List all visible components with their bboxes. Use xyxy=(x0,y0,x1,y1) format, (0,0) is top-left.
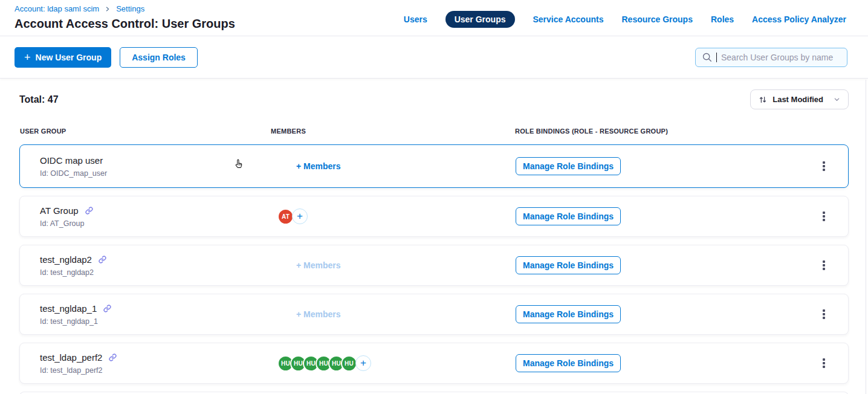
role-bindings-cell: Manage Role Bindings xyxy=(514,207,805,225)
members-avatar-group: HUHUHUHUHUHU+ xyxy=(277,355,514,372)
add-member-button[interactable]: + xyxy=(355,355,371,371)
role-bindings-cell: Manage Role Bindings xyxy=(514,354,805,372)
manage-role-bindings-button[interactable]: Manage Role Bindings xyxy=(516,207,621,225)
tab-users[interactable]: Users xyxy=(404,15,427,24)
manage-role-bindings-button[interactable]: Manage Role Bindings xyxy=(516,157,621,175)
column-header-user-group: USER GROUP xyxy=(20,128,271,135)
role-bindings-cell: Manage Role Bindings xyxy=(514,256,805,274)
role-bindings-cell: Manage Role Bindings xyxy=(514,305,805,323)
user-group-id: Id: AT_Group xyxy=(40,219,277,228)
column-header-members: MEMBERS xyxy=(271,128,515,135)
add-members-link: + Members xyxy=(277,260,514,270)
breadcrumb-settings-link[interactable]: Settings xyxy=(116,4,144,13)
members-cell: AT+ xyxy=(277,208,514,225)
user-group-id: Id: test_ldap_perf2 xyxy=(40,366,277,375)
members-cell: + Members xyxy=(277,161,514,171)
user-group-name-cell: test_ldap_perf2 Id: test_ldap_perf2 xyxy=(20,352,277,375)
user-group-row[interactable]: test_ngldap2 Id: test_ngldap2 + Members … xyxy=(19,245,849,286)
user-group-name-cell: AT Group Id: AT_Group xyxy=(20,205,277,228)
user-group-name: test_ldap_perf2 xyxy=(40,352,102,363)
search-box[interactable] xyxy=(695,48,847,67)
next-row-partial xyxy=(19,392,849,394)
page-header: Account: ldap saml scim Settings Account… xyxy=(0,0,868,36)
row-menu-button[interactable] xyxy=(817,256,831,275)
members-cell: + Members xyxy=(277,260,514,270)
tab-access-policy-analyzer[interactable]: Access Policy Analyzer xyxy=(752,15,846,24)
add-members-link: + Members xyxy=(277,309,514,319)
table-header-row: USER GROUP MEMBERS ROLE BINDINGS (ROLE -… xyxy=(19,128,849,135)
tab-resource-groups[interactable]: Resource Groups xyxy=(621,15,692,24)
assign-roles-button[interactable]: Assign Roles xyxy=(120,47,198,68)
chevron-down-icon xyxy=(834,96,840,103)
breadcrumb-account-link[interactable]: Account: ldap saml scim xyxy=(15,4,99,13)
user-group-row[interactable]: test_ldap_perf2 Id: test_ldap_perf2 HUHU… xyxy=(19,343,849,384)
user-group-name: OIDC map user xyxy=(40,155,103,166)
add-members-link[interactable]: + Members xyxy=(277,161,514,171)
user-group-name: test_ngldap2 xyxy=(40,254,92,265)
sort-dropdown[interactable]: Last Modified xyxy=(750,89,849,109)
user-group-name-cell: OIDC map user Id: OIDC_map_user xyxy=(20,155,277,178)
chevron-right-icon xyxy=(105,6,111,12)
manage-role-bindings-button[interactable]: Manage Role Bindings xyxy=(516,256,621,274)
toolbar: + New User Group Assign Roles xyxy=(0,36,868,79)
column-header-role-bindings: ROLE BINDINGS (ROLE - RESOURCE GROUP) xyxy=(515,128,849,135)
breadcrumb: Account: ldap saml scim Settings xyxy=(15,4,235,13)
user-group-name-cell: test_ngldap_1 Id: test_ngldap_1 xyxy=(20,303,277,326)
row-menu-button[interactable] xyxy=(817,354,831,373)
user-group-id: Id: OIDC_map_user xyxy=(40,169,277,178)
scrollbar-track[interactable] xyxy=(866,80,866,394)
text-caret xyxy=(716,53,717,62)
user-group-list: OIDC map user Id: OIDC_map_user + Member… xyxy=(19,144,849,384)
tab-user-groups[interactable]: User Groups xyxy=(445,11,515,28)
member-avatar[interactable]: HU xyxy=(341,355,357,372)
user-group-name-cell: test_ngldap2 Id: test_ngldap2 xyxy=(20,254,277,277)
header-left: Account: ldap saml scim Settings Account… xyxy=(15,4,235,31)
members-cell: HUHUHUHUHUHU+ xyxy=(277,355,514,372)
new-user-group-button[interactable]: + New User Group xyxy=(15,47,111,68)
plus-icon: + xyxy=(24,52,31,63)
search-input[interactable] xyxy=(721,53,841,62)
user-group-row[interactable]: OIDC map user Id: OIDC_map_user + Member… xyxy=(19,144,849,188)
role-bindings-cell: Manage Role Bindings xyxy=(514,157,805,175)
tab-roles[interactable]: Roles xyxy=(711,15,734,24)
total-count: Total: 47 xyxy=(19,94,59,105)
row-menu-button[interactable] xyxy=(817,207,831,226)
members-cell: + Members xyxy=(277,309,514,319)
link-icon xyxy=(109,354,117,361)
user-group-row[interactable]: AT Group Id: AT_Group AT+ Manage Role Bi… xyxy=(19,196,849,237)
access-control-tabs: Users User Groups Service Accounts Resou… xyxy=(404,11,846,28)
add-member-button[interactable]: + xyxy=(292,208,308,224)
tab-service-accounts[interactable]: Service Accounts xyxy=(533,15,604,24)
sort-selected-label: Last Modified xyxy=(772,95,823,104)
new-user-group-label: New User Group xyxy=(36,53,102,62)
user-groups-content: Total: 47 Last Modified USER GROUP MEMBE… xyxy=(0,79,868,394)
user-group-id: Id: test_ngldap2 xyxy=(40,268,277,277)
toolbar-actions: + New User Group Assign Roles xyxy=(15,47,198,68)
user-group-name: AT Group xyxy=(40,205,79,216)
row-menu-button[interactable] xyxy=(817,157,831,176)
link-icon xyxy=(85,207,93,215)
link-icon xyxy=(99,256,106,263)
page-title: Account Access Control: User Groups xyxy=(15,17,235,31)
row-menu-button[interactable] xyxy=(817,305,831,324)
members-avatar-group: AT+ xyxy=(277,208,514,225)
summary-row: Total: 47 Last Modified xyxy=(19,89,849,109)
search-icon xyxy=(702,52,712,62)
sort-icon xyxy=(759,95,767,104)
user-group-row[interactable]: test_ngldap_1 Id: test_ngldap_1 + Member… xyxy=(19,294,849,335)
manage-role-bindings-button[interactable]: Manage Role Bindings xyxy=(516,305,621,323)
user-group-id: Id: test_ngldap_1 xyxy=(40,317,277,326)
manage-role-bindings-button[interactable]: Manage Role Bindings xyxy=(516,354,621,372)
user-group-name: test_ngldap_1 xyxy=(40,303,97,314)
member-avatar[interactable]: AT xyxy=(277,208,294,225)
link-icon xyxy=(103,305,111,312)
